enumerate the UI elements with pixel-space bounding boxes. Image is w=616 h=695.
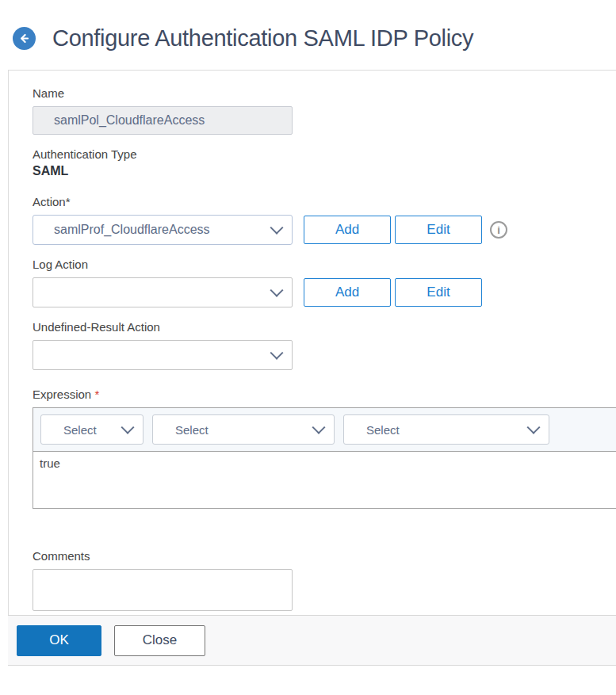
chevron-down-icon [312, 421, 326, 434]
action-add-button[interactable]: Add [304, 216, 391, 244]
action-label: Action* [33, 195, 616, 208]
expression-select-3-value: Select [366, 423, 400, 437]
arrow-left-icon [18, 32, 30, 44]
dialog-footer: OK Close [8, 615, 616, 666]
authentication-type-value: SAML [33, 164, 616, 178]
expression-builder-toolbar: Select Select Select [33, 408, 616, 452]
action-select[interactable]: samlProf_CloudflareAccess [33, 215, 293, 245]
chevron-down-icon [270, 284, 284, 297]
page-header: Configure Authentication SAML IDP Policy [0, 0, 616, 70]
comments-field-group: Comments [33, 549, 616, 614]
required-asterisk: * [94, 388, 99, 401]
page-title: Configure Authentication SAML IDP Policy [52, 25, 473, 52]
chevron-down-icon [121, 421, 135, 434]
chevron-down-icon [270, 346, 284, 360]
action-select-value: samlProf_CloudflareAccess [54, 223, 210, 237]
action-field-group: Action* samlProf_CloudflareAccess Add Ed… [33, 195, 616, 245]
expression-select-2[interactable]: Select [152, 414, 335, 445]
close-button[interactable]: Close [114, 625, 205, 656]
expression-editor-area: true [33, 452, 616, 508]
comments-label: Comments [33, 549, 616, 563]
log-action-field-group: Log Action Add Edit [33, 258, 616, 307]
log-action-label: Log Action [33, 258, 616, 271]
expression-select-3[interactable]: Select [343, 414, 549, 445]
expression-label-text: Expression [33, 388, 91, 401]
undefined-result-action-select[interactable] [33, 340, 293, 370]
info-icon[interactable]: i [490, 221, 507, 239]
undefined-result-action-label: Undefined-Result Action [33, 320, 616, 334]
form-panel: Name Authentication Type SAML Action* sa… [8, 70, 616, 615]
name-input[interactable] [33, 106, 293, 135]
expression-field-group: Expression * Select Select Select true [33, 388, 616, 509]
expression-textarea[interactable]: true [33, 452, 616, 508]
name-label: Name [33, 86, 616, 100]
log-action-add-button[interactable]: Add [304, 278, 391, 307]
authentication-type-label: Authentication Type [33, 147, 616, 161]
authentication-type-group: Authentication Type SAML [33, 147, 616, 178]
expression-select-1[interactable]: Select [40, 414, 143, 445]
expression-label: Expression * [33, 388, 616, 401]
undefined-result-action-group: Undefined-Result Action [33, 320, 616, 370]
ok-button[interactable]: OK [17, 625, 101, 656]
expression-select-1-value: Select [63, 423, 97, 437]
log-action-select[interactable] [33, 277, 293, 307]
name-field-group: Name [33, 86, 616, 135]
log-action-edit-button[interactable]: Edit [395, 278, 482, 307]
expression-select-2-value: Select [175, 423, 209, 437]
expression-builder: Select Select Select true [33, 407, 616, 509]
chevron-down-icon [527, 421, 541, 434]
back-button[interactable] [13, 27, 36, 50]
comments-textarea[interactable] [33, 569, 293, 611]
chevron-down-icon [270, 221, 284, 235]
action-edit-button[interactable]: Edit [395, 216, 482, 244]
